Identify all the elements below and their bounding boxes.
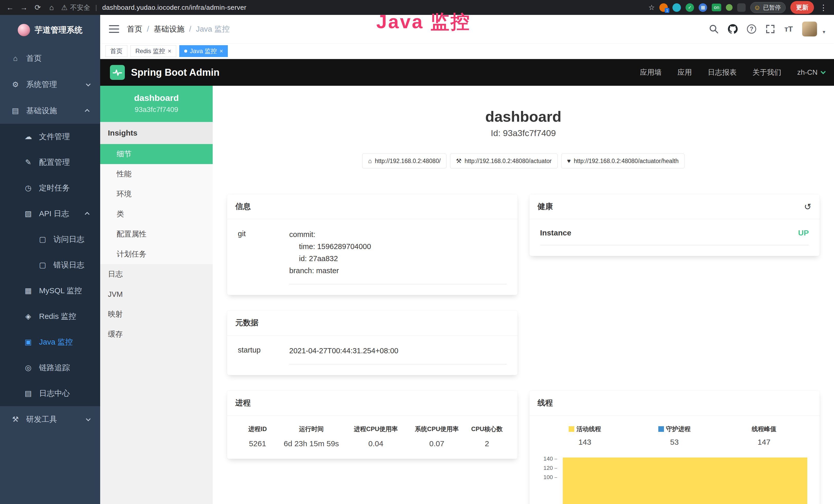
browser-back-icon[interactable]: ← [6,3,14,12]
browser-update-button[interactable]: 更新 [790,1,814,14]
github-icon[interactable] [728,24,738,34]
info-line: branch: master [289,265,507,277]
tab-redis-monitor[interactable]: Redis 监控 × [130,45,176,57]
sba-item-logs[interactable]: 日志 [100,264,213,284]
font-size-icon[interactable]: тT [785,25,793,33]
browser-home-icon[interactable]: ⌂ [47,3,56,12]
sidebar-item-infrastructure[interactable]: ▤ 基础设施 [0,97,100,124]
extension-leaf-icon[interactable] [726,4,732,11]
info-value: commit: time: 1596289704000 id: 27aa832 … [289,229,507,284]
extension-check-icon[interactable]: ✓ [685,3,694,12]
address-separator: | [95,4,97,12]
timer-icon: ◷ [24,184,33,192]
browser-menu-icon[interactable]: ⋮ [818,3,828,12]
hamburger-icon[interactable] [109,25,119,33]
legend-peak-threads: 线程峰值 147 [719,425,809,446]
app-logo-image [18,24,30,36]
process-card-header: 进程 [227,391,518,416]
breadcrumb-infrastructure[interactable]: 基础设施 [154,24,184,35]
paused-badge[interactable]: ☺ 已暂停 [750,2,786,13]
sidebar-item-config-management[interactable]: ✎ 配置管理 [0,150,100,175]
sba-item-jvm[interactable]: JVM [100,284,213,304]
sidebar-item-scheduled-tasks[interactable]: ◷ 定时任务 [0,175,100,201]
info-card: 信息 git commit: time: 1596289704000 id: 2 [227,194,518,295]
sidebar-item-file-management[interactable]: ☁ 文件管理 [0,124,100,150]
sba-nav-wallboard[interactable]: 应用墙 [640,68,662,77]
config-icon: ✎ [24,158,33,167]
sba-nav-applications[interactable]: 应用 [678,68,692,77]
legend-label: 守护进程 [666,425,691,433]
close-icon[interactable]: × [168,48,171,54]
sidebar-item-redis-monitor[interactable]: ◈ Redis 监控 [0,303,100,329]
sba-item-config-props[interactable]: 配置属性 [100,224,213,244]
link-label: http://192.168.0.2:48080/actuator [465,158,552,165]
sidebar-item-mysql-monitor[interactable]: ▦ MySQL 监控 [0,278,100,303]
sidebar-item-java-monitor[interactable]: ▣ Java 监控 [0,329,100,355]
sidebar-item-access-logs[interactable]: ▢ 访问日志 [0,226,100,252]
link-actuator-url[interactable]: ⚒ http://192.168.0.2:48080/actuator [450,154,557,168]
metadata-row-startup: startup 2021-04-27T00:44:31.254+08:00 [238,345,507,364]
sba-item-details[interactable]: 细节 [100,144,213,164]
y-axis-tick: 140 [540,456,557,462]
chevron-up-icon [85,212,89,216]
breadcrumb-separator [189,25,191,33]
sba-item-performance[interactable]: 性能 [100,164,213,184]
sba-item-caches[interactable]: 缓存 [100,324,213,344]
sidebar-item-tracing[interactable]: ◎ 链路追踪 [0,355,100,381]
sidebar-item-label: 错误日志 [53,260,84,270]
browser-reload-icon[interactable]: ⟳ [34,3,42,12]
sba-brand-title[interactable]: Spring Boot Admin [131,67,220,78]
link-label: http://192.168.0.2:48080/actuator/health [574,158,679,165]
sba-item-classes[interactable]: 类 [100,204,213,224]
close-icon[interactable]: × [219,48,223,54]
sba-group-insights[interactable]: Insights [100,122,213,144]
sba-instance-header[interactable]: dashboard 93a3fc7f7409 [100,86,213,122]
tab-home[interactable]: 首页 [105,45,127,57]
breadcrumb-home[interactable]: 首页 [127,24,142,35]
sba-nav-journal[interactable]: 日志报表 [708,68,737,77]
link-health-url[interactable]: ♥ http://192.168.0.2:48080/actuator/heal… [561,154,684,168]
error-log-icon: ▢ [38,260,47,269]
sidebar-item-api-logs[interactable]: ▧ API 日志 [0,201,100,226]
sidebar-item-dev-tools[interactable]: ⚒ 研发工具 [0,406,100,432]
instance-title: dashboard [227,108,820,125]
search-icon[interactable] [709,24,719,34]
sba-nav-about[interactable]: 关于我们 [752,68,781,77]
link-service-url[interactable]: ⌂ http://192.168.0.2:48080/ [362,154,446,168]
avatar-caret-icon[interactable]: ▾ [823,29,825,37]
info-line: id: 27aa832 [289,253,507,265]
sidebar-item-system-management[interactable]: ⚙ 系统管理 [0,71,100,97]
legend-value: 53 [630,438,719,446]
extension-drop-icon[interactable] [673,3,681,12]
sba-item-environment[interactable]: 环境 [100,184,213,204]
mysql-icon: ▦ [24,286,33,295]
help-icon[interactable]: ? [747,24,756,33]
security-warning[interactable]: ⚠ 不安全 [61,3,90,12]
extension-switch-badge[interactable]: on [712,4,721,11]
sba-item-mappings[interactable]: 映射 [100,304,213,324]
health-instance-row[interactable]: Instance UP [540,229,809,245]
browser-forward-icon[interactable]: → [20,3,28,12]
history-icon[interactable]: ↺ [804,202,812,211]
sidebar-item-label: 文件管理 [39,132,70,142]
fullscreen-icon[interactable] [765,24,775,34]
extension-grid-icon[interactable]: ▦ [699,3,707,12]
warning-icon: ⚠ [61,3,68,12]
metadata-key: startup [238,345,289,364]
home-icon: ⌂ [368,157,372,165]
app-logo[interactable]: 芋道管理系统 [0,15,100,45]
extension-fox-icon[interactable]: 1 [659,3,668,12]
sidebar-item-error-logs[interactable]: ▢ 错误日志 [0,252,100,278]
extensions-puzzle-icon[interactable] [737,3,746,12]
sidebar-item-home[interactable]: ⌂ 首页 [0,45,100,71]
bookmark-star-icon[interactable]: ☆ [648,3,655,12]
sba-item-scheduled-tasks[interactable]: 计划任务 [100,244,213,264]
sba-locale-select[interactable]: zh-CN [797,68,824,76]
sidebar-item-log-center[interactable]: ▤ 日志中心 [0,381,100,406]
tab-java-monitor[interactable]: Java 监控 × [179,45,228,57]
process-card-title: 进程 [235,398,251,408]
address-bar[interactable]: dashboard.yudao.iocoder.cn/infra/admin-s… [102,4,246,12]
sba-instance-id: 93a3fc7f7409 [109,106,203,114]
user-avatar[interactable] [802,22,817,37]
sba-logo-icon[interactable] [110,65,125,80]
